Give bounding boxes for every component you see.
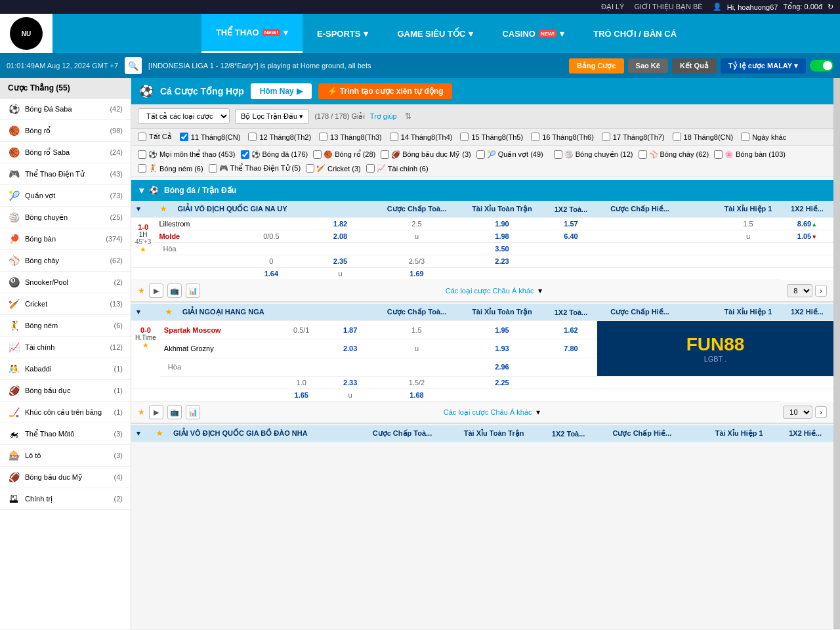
date-18-checkbox[interactable] bbox=[673, 133, 681, 141]
sport-esports-checkbox[interactable] bbox=[209, 164, 217, 173]
sport-bbd-my[interactable]: 🏈 Bóng bầu duc Mỹ (3) bbox=[381, 150, 471, 159]
sidebar-item-bong-da-saba[interactable]: ⚽ Bóng Đá Saba (42) bbox=[0, 98, 131, 120]
date-other-checkbox[interactable] bbox=[741, 133, 749, 141]
russia-next-btn[interactable]: › bbox=[815, 406, 827, 418]
russia-odds1-1[interactable]: 1.87 bbox=[326, 321, 374, 339]
norway-r2-v4[interactable]: 1.69 bbox=[374, 268, 459, 280]
sidebar-item-quan-vot[interactable]: 🎾 Quần vợt (73) bbox=[0, 185, 131, 207]
russia-match-star[interactable]: ★ bbox=[142, 341, 149, 349]
toggle-switch[interactable] bbox=[810, 60, 833, 72]
norway-more-bets[interactable]: Các loại cược Châu Á khác bbox=[446, 287, 534, 295]
norway-tv-btn[interactable]: 📺 bbox=[167, 284, 182, 298]
sidebar-item-kabaddi[interactable]: 🤼 Kabaddi (1) bbox=[0, 358, 131, 380]
sport-bong-nem-checkbox[interactable] bbox=[138, 164, 146, 173]
russia-odds1-3[interactable]: 1.62 bbox=[545, 321, 597, 339]
date-tat-ca[interactable]: Tất Cả bbox=[138, 133, 172, 141]
ty-le-button[interactable]: Tỷ lệ cược MALAY ▾ bbox=[721, 58, 806, 74]
russia-r2-v1[interactable]: 2.33 bbox=[326, 377, 374, 389]
sport-all[interactable]: ⚽ Mọi môn thể thao (453) bbox=[138, 150, 236, 159]
russia-page-num[interactable]: 10 bbox=[783, 406, 812, 419]
russia-more-bets[interactable]: Các loại cược Châu Á khác bbox=[444, 408, 532, 417]
search-button[interactable]: 🔍 bbox=[125, 57, 142, 74]
russia-r2-v3[interactable]: 1.65 bbox=[276, 389, 326, 402]
sidebar-item-bong-bau-duc-my[interactable]: 🏈 Bóng bầu duc Mỹ (4) bbox=[0, 467, 131, 488]
sport-bong-nem[interactable]: 🤾 Bóng ném (6) bbox=[138, 164, 203, 173]
sport-bong-da-checkbox[interactable] bbox=[241, 150, 249, 159]
date-12-checkbox[interactable] bbox=[248, 133, 257, 141]
dai-ly-link[interactable]: ĐẠI LÝ bbox=[601, 3, 625, 11]
date-18[interactable]: 18 Tháng8(CN) bbox=[673, 133, 734, 141]
sport-bong-chuyen-checkbox[interactable] bbox=[554, 150, 562, 159]
sport-cricket[interactable]: 🏏 Cricket (3) bbox=[306, 164, 361, 173]
sport-bong-chay-checkbox[interactable] bbox=[639, 150, 647, 159]
sport-quan-vot[interactable]: 🎾 Quần vợt (49) bbox=[476, 150, 543, 159]
date-16-checkbox[interactable] bbox=[531, 133, 539, 141]
right-scrollbar[interactable] bbox=[833, 78, 840, 629]
sidebar-item-tai-chinh[interactable]: 📈 Tài chính (12) bbox=[0, 337, 131, 358]
norway-next-btn[interactable]: › bbox=[815, 285, 827, 297]
russia-r2-v2[interactable]: 2.25 bbox=[459, 377, 545, 389]
date-other[interactable]: Ngày khác bbox=[741, 133, 786, 141]
russia-odds2-1[interactable]: 2.03 bbox=[326, 339, 374, 358]
date-15[interactable]: 15 Tháng8(Th5) bbox=[460, 133, 523, 141]
sao-ke-button[interactable]: Sao Kê bbox=[628, 58, 668, 73]
date-13-checkbox[interactable] bbox=[319, 133, 327, 141]
trinh-tao-button[interactable]: ⚡ Trình tạo cược xiên tự động bbox=[318, 83, 453, 99]
norway-toggle[interactable]: ▾ bbox=[136, 205, 140, 213]
russia-odds1-2[interactable]: 1.95 bbox=[459, 321, 545, 339]
norway-r2-v3[interactable]: 1.64 bbox=[236, 268, 306, 280]
portugal-star[interactable]: ★ bbox=[156, 429, 163, 437]
norway-odds2-1[interactable]: 2.08 bbox=[306, 230, 374, 243]
norway-h2-odds3[interactable]: 1.05 bbox=[781, 230, 833, 243]
norway-odds1-2[interactable]: 1.90 bbox=[459, 218, 545, 230]
norway-stats-btn[interactable]: 📊 bbox=[186, 284, 200, 298]
sport-bong-ro[interactable]: 🏀 Bóng rổ (28) bbox=[313, 150, 375, 159]
sort-icon[interactable]: ⇅ bbox=[405, 112, 411, 121]
norway-h2-odds2[interactable]: 8.69 bbox=[781, 218, 833, 230]
russia-toggle[interactable]: ▾ bbox=[136, 308, 140, 316]
ket-qua-button[interactable]: Kết Quả bbox=[672, 58, 717, 74]
date-11-checkbox[interactable] bbox=[180, 133, 188, 141]
sport-bong-ban-checkbox[interactable] bbox=[714, 150, 723, 159]
nav-the-thao[interactable]: THỂ THAO NEW! ▾ bbox=[201, 14, 303, 53]
nav-esports[interactable]: E-SPORTS ▾ bbox=[303, 14, 383, 53]
date-13[interactable]: 13 Tháng8(Th3) bbox=[319, 133, 382, 141]
russia-r2-v4[interactable]: 1.68 bbox=[374, 389, 459, 402]
norway-r2-v2[interactable]: 2.23 bbox=[459, 255, 545, 268]
sport-bong-chay[interactable]: ⚾ Bóng chày (62) bbox=[639, 150, 709, 159]
date-tat-ca-checkbox[interactable] bbox=[138, 133, 146, 141]
russia-odds2-2[interactable]: 1.93 bbox=[459, 339, 545, 358]
nav-tro-choi[interactable]: TRÒ CHƠI / BÀN CÁ bbox=[579, 14, 691, 53]
sport-all-checkbox[interactable] bbox=[138, 150, 146, 159]
norway-odds2-2[interactable]: 1.98 bbox=[459, 230, 545, 243]
date-14-checkbox[interactable] bbox=[390, 133, 398, 141]
norway-match-star[interactable]: ★ bbox=[140, 245, 146, 253]
russia-stats-btn[interactable]: 📊 bbox=[186, 405, 200, 419]
bang-cuoc-button[interactable]: Bảng Cược bbox=[569, 58, 624, 74]
russia-footer-star[interactable]: ★ bbox=[138, 408, 145, 417]
help-link[interactable]: Trợ giúp bbox=[370, 112, 397, 121]
date-17-checkbox[interactable] bbox=[602, 133, 610, 141]
sidebar-item-chinh-tri[interactable]: 🗳 Chính trị (2) bbox=[0, 488, 131, 510]
sidebar-item-bong-ro-saba[interactable]: 🏀 Bóng rổ Saba (24) bbox=[0, 142, 131, 163]
sport-esports[interactable]: 🎮 Thể Thao Điện Tử (5) bbox=[209, 164, 301, 173]
norway-odds1-3[interactable]: 1.57 bbox=[545, 218, 597, 230]
sport-cricket-checkbox[interactable] bbox=[306, 164, 314, 173]
sport-tai-chinh[interactable]: 📈 Tài chính (6) bbox=[366, 164, 429, 173]
nav-game-sieu-toc[interactable]: GAME SIÊU TỐC ▾ bbox=[383, 14, 488, 53]
sidebar-item-bong-ro[interactable]: 🏀 Bóng rổ (98) bbox=[0, 120, 131, 142]
norway-footer-star[interactable]: ★ bbox=[138, 286, 145, 295]
date-11[interactable]: 11 Tháng8(CN) bbox=[180, 133, 241, 141]
date-16[interactable]: 16 Tháng8(Th6) bbox=[531, 133, 594, 141]
norway-odds2-3[interactable]: 6.40 bbox=[545, 230, 597, 243]
sport-tai-chinh-checkbox[interactable] bbox=[366, 164, 375, 173]
gioi-thieu-link[interactable]: GIỚI THIỆU BẠN BÈ bbox=[634, 3, 702, 11]
norway-play-btn[interactable]: ▶ bbox=[149, 284, 163, 298]
sport-bbd-my-checkbox[interactable] bbox=[381, 150, 389, 159]
bet-type-filter[interactable]: Tất cả các loại cược bbox=[138, 108, 230, 124]
norway-page-num[interactable]: 8 bbox=[787, 284, 812, 297]
sport-bong-chuyen[interactable]: 🏐 Bóng chuyền (12) bbox=[554, 150, 633, 159]
russia-star[interactable]: ★ bbox=[165, 308, 172, 316]
sidebar-item-bong-chay[interactable]: ⚾ Bóng chày (62) bbox=[0, 250, 131, 272]
match-filter-button[interactable]: Bộ Lọc Trận Đấu ▾ bbox=[235, 109, 309, 124]
